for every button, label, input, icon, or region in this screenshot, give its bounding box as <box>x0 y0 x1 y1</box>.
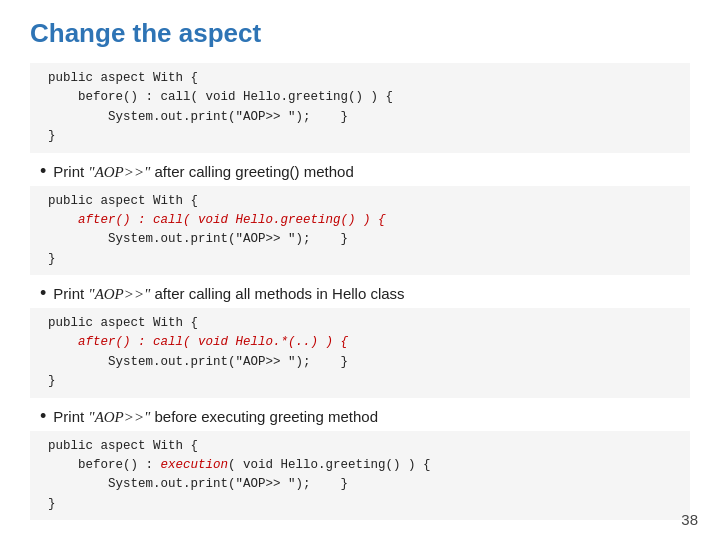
bullet-2: Print "AOP>>" after calling all methods … <box>40 283 690 304</box>
code-line-1-2: System.out.print("AOP>> "); } <box>48 232 348 246</box>
code-line-0-3: } <box>48 129 56 143</box>
code-line-2-1: after() : call( void Hello.*(..) ) { <box>48 335 348 349</box>
bullet-2-text: Print "AOP>>" after calling all methods … <box>53 285 404 303</box>
code-line-0-0: public aspect With { <box>48 71 198 85</box>
code-block-3: public aspect With { before() : executio… <box>30 431 690 521</box>
code-line-1-1: after() : call( void Hello.greeting() ) … <box>48 213 386 227</box>
code-line-3-0: public aspect With { <box>48 439 198 453</box>
page-number: 38 <box>681 511 698 528</box>
code-line-1-3: } <box>48 252 56 266</box>
code-line-3-2: System.out.print("AOP>> "); } <box>48 477 348 491</box>
bullet-3: Print "AOP>>" before executing greeting … <box>40 406 690 427</box>
code-line-0-2: System.out.print("AOP>> "); } <box>48 110 348 124</box>
code-line-2-0: public aspect With { <box>48 316 198 330</box>
code-line-0-1: before() : call( void Hello.greeting() )… <box>48 90 393 104</box>
slide-title: Change the aspect <box>30 18 690 49</box>
bullet-1-text: Print "AOP>>" after calling greeting() m… <box>53 163 353 181</box>
code-line-3-3: } <box>48 497 56 511</box>
slide: Change the aspect public aspect With { b… <box>0 0 720 540</box>
code-line-2-2: System.out.print("AOP>> "); } <box>48 355 348 369</box>
code-line-2-3: } <box>48 374 56 388</box>
code-line-1-0: public aspect With { <box>48 194 198 208</box>
code-block-0: public aspect With { before() : call( vo… <box>30 63 690 153</box>
code-block-1: public aspect With { after() : call( voi… <box>30 186 690 276</box>
bullet-1: Print "AOP>>" after calling greeting() m… <box>40 161 690 182</box>
bullet-3-text: Print "AOP>>" before executing greeting … <box>53 408 378 426</box>
code-line-3-1: before() : execution( void Hello.greetin… <box>48 458 431 472</box>
code-block-2: public aspect With { after() : call( voi… <box>30 308 690 398</box>
